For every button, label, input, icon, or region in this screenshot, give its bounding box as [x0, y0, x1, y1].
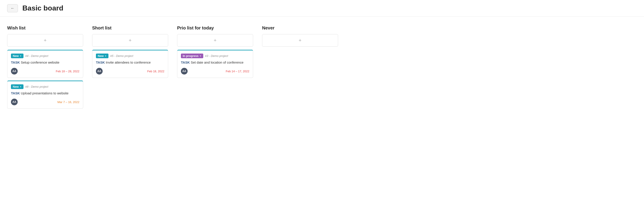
column-title-never: Never: [262, 25, 338, 31]
task-label: TASK: [11, 60, 20, 64]
card-meta-card-4: New▼#4 - Demo project: [11, 54, 80, 58]
status-badge-card-4[interactable]: New▼: [11, 54, 24, 58]
card-title-card-8: TASK Upload presentations to website: [11, 91, 80, 96]
card-card-3[interactable]: In progress▼#3 - Demo projectTASK Set da…: [177, 50, 253, 78]
card-id-label-card-5: #5 - Demo project: [110, 54, 133, 58]
back-button[interactable]: ←: [7, 4, 18, 12]
card-meta-card-3: In progress▼#3 - Demo project: [181, 54, 249, 58]
column-wish-list: Wish list+New▼#4 - Demo projectTASK Setu…: [7, 25, 83, 111]
board: Wish list+New▼#4 - Demo projectTASK Setu…: [0, 16, 644, 120]
card-title-card-5: TASK Invite attendees to conference: [96, 60, 164, 65]
page-header: ← Basic board: [0, 0, 644, 16]
chevron-down-icon: ▼: [20, 55, 22, 57]
date-range: Mar 7 – 16, 2022: [58, 101, 80, 104]
column-short-list: Short list+New▼#5 - Demo projectTASK Inv…: [92, 25, 168, 81]
task-label: TASK: [96, 60, 105, 64]
card-footer-card-4: AAFeb 18 – 28, 2022: [11, 68, 80, 75]
card-card-5[interactable]: New▼#5 - Demo projectTASK Invite attende…: [92, 50, 168, 78]
column-title-short-list: Short list: [92, 25, 168, 31]
column-title-wish-list: Wish list: [7, 25, 83, 31]
status-label: New: [98, 54, 104, 58]
card-card-4[interactable]: New▼#4 - Demo projectTASK Setup conferen…: [7, 50, 83, 78]
avatar: AA: [181, 68, 188, 75]
column-title-prio-list: Prio list for today: [177, 25, 253, 31]
chevron-down-icon: ▼: [20, 86, 22, 88]
avatar: AA: [11, 99, 18, 105]
card-id-label-card-8: #8 - Demo project: [25, 85, 48, 88]
chevron-down-icon: ▼: [200, 55, 202, 57]
card-id-label-card-3: #3 - Demo project: [205, 54, 228, 58]
task-label: TASK: [181, 60, 190, 64]
card-card-8[interactable]: New▼#8 - Demo projectTASK Upload present…: [7, 81, 83, 109]
status-badge-card-5[interactable]: New▼: [96, 54, 108, 58]
card-title-card-4: TASK Setup conference website: [11, 60, 80, 65]
task-label: TASK: [11, 91, 20, 95]
add-card-button-never[interactable]: +: [262, 34, 338, 47]
card-footer-card-3: AAFeb 14 – 17, 2022: [181, 68, 249, 75]
add-card-button-wish-list[interactable]: +: [7, 34, 83, 47]
status-badge-card-3[interactable]: In progress▼: [181, 54, 203, 58]
date-range: Feb 18, 2022: [147, 70, 164, 73]
card-footer-card-5: AAFeb 18, 2022: [96, 68, 164, 75]
page-title: Basic board: [22, 4, 63, 12]
column-prio-list: Prio list for today+In progress▼#3 - Dem…: [177, 25, 253, 81]
card-meta-card-8: New▼#8 - Demo project: [11, 84, 80, 89]
date-range: Feb 14 – 17, 2022: [226, 70, 249, 73]
avatar: AA: [11, 68, 18, 75]
status-label: In progress: [183, 54, 198, 58]
card-id-label-card-4: #4 - Demo project: [25, 54, 48, 58]
card-meta-card-5: New▼#5 - Demo project: [96, 54, 164, 58]
date-range: Feb 18 – 28, 2022: [56, 70, 80, 73]
column-never: Never+: [262, 25, 338, 50]
card-footer-card-8: AAMar 7 – 16, 2022: [11, 99, 80, 105]
card-title-card-3: TASK Set date and location of conference: [181, 60, 249, 65]
status-label: New: [13, 54, 19, 58]
status-label: New: [13, 85, 19, 88]
status-badge-card-8[interactable]: New▼: [11, 84, 24, 89]
add-card-button-prio-list[interactable]: +: [177, 34, 253, 47]
avatar: AA: [96, 68, 103, 75]
chevron-down-icon: ▼: [105, 55, 107, 57]
add-card-button-short-list[interactable]: +: [92, 34, 168, 47]
